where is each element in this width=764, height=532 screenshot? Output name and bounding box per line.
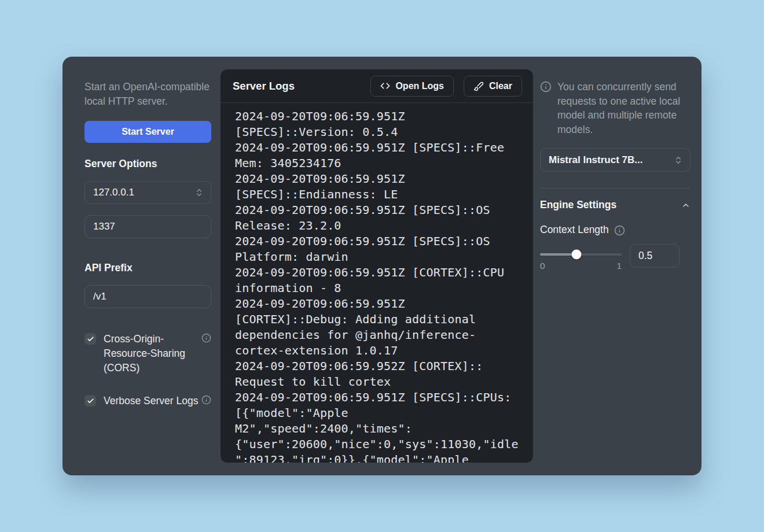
slider-min-label: 0 xyxy=(540,261,545,271)
server-logs-title: Server Logs xyxy=(233,80,370,93)
verbose-logs-checkbox[interactable] xyxy=(85,395,96,407)
context-length-row: Context Length xyxy=(540,224,690,236)
server-logs-text: 2024-09-20T09:06:59.951Z [SPECS]::Versio… xyxy=(235,109,523,463)
checkmark-icon xyxy=(87,397,94,405)
chevrons-up-down-icon xyxy=(194,188,204,197)
verbose-logs-checkbox-label: Verbose Server Logs xyxy=(104,394,201,408)
clear-logs-button[interactable]: Clear xyxy=(464,76,522,97)
info-icon xyxy=(540,81,552,93)
server-options-title: Server Options xyxy=(85,158,211,170)
open-logs-button[interactable]: Open Logs xyxy=(370,76,454,97)
server-description: Start an OpenAI-compatible local HTTP se… xyxy=(85,80,211,108)
start-server-button[interactable]: Start Server xyxy=(85,121,211,143)
context-length-slider[interactable]: 0 1 xyxy=(540,244,622,271)
cors-checkbox-row: Cross-Origin-Resource-Sharing (CORS) xyxy=(85,332,211,375)
context-length-label: Context Length xyxy=(540,224,609,236)
port-input-value: 1337 xyxy=(93,221,204,232)
context-length-slider-track[interactable] xyxy=(540,253,622,256)
api-prefix-title: API Prefix xyxy=(85,262,211,274)
context-length-value-input[interactable]: 0.5 xyxy=(630,244,679,268)
info-icon[interactable] xyxy=(201,333,211,343)
api-prefix-input[interactable]: /v1 xyxy=(85,285,211,308)
context-length-slider-fill xyxy=(540,253,576,256)
host-select-value: 127.0.0.1 xyxy=(93,187,194,198)
host-select[interactable]: 127.0.0.1 xyxy=(85,181,211,204)
model-select[interactable]: Mistral Instruct 7B... xyxy=(540,148,690,172)
cors-checkbox-label: Cross-Origin-Resource-Sharing (CORS) xyxy=(104,332,201,375)
local-server-window: Start an OpenAI-compatible local HTTP se… xyxy=(63,57,701,475)
server-logs-panel: Server Logs Open Logs Clear 2024-09-20T0… xyxy=(221,69,533,463)
cors-checkbox[interactable] xyxy=(85,333,96,345)
model-settings-sidebar: You can concurrently send requests to on… xyxy=(540,69,690,463)
server-logs-header: Server Logs Open Logs Clear xyxy=(221,69,533,103)
checkmark-icon xyxy=(87,335,94,343)
concurrency-hint: You can concurrently send requests to on… xyxy=(540,80,690,136)
section-divider xyxy=(540,188,690,189)
engine-settings-title: Engine Settings xyxy=(540,199,616,211)
paintbrush-icon xyxy=(473,81,484,91)
info-icon[interactable] xyxy=(201,395,211,405)
context-length-slider-labels: 0 1 xyxy=(540,261,622,271)
code-icon xyxy=(380,81,390,91)
api-prefix-input-value: /v1 xyxy=(93,291,204,302)
chevrons-up-down-icon xyxy=(674,156,683,165)
open-logs-button-label: Open Logs xyxy=(395,81,444,91)
port-input[interactable]: 1337 xyxy=(85,215,211,238)
server-logs-output[interactable]: 2024-09-20T09:06:59.951Z [SPECS]::Versio… xyxy=(221,103,533,463)
chevron-up-icon xyxy=(681,201,690,210)
server-config-sidebar: Start an OpenAI-compatible local HTTP se… xyxy=(85,69,211,463)
info-icon[interactable] xyxy=(614,225,625,236)
slider-max-label: 1 xyxy=(616,261,622,271)
context-length-slider-thumb[interactable] xyxy=(572,250,582,260)
context-length-controls: 0 1 0.5 xyxy=(540,244,690,271)
context-length-value: 0.5 xyxy=(638,250,652,262)
model-select-value: Mistral Instruct 7B... xyxy=(549,154,674,166)
verbose-logs-checkbox-row: Verbose Server Logs xyxy=(85,394,211,408)
clear-logs-button-label: Clear xyxy=(489,81,512,91)
engine-settings-toggle[interactable]: Engine Settings xyxy=(540,199,690,211)
concurrency-hint-text: You can concurrently send requests to on… xyxy=(557,80,690,136)
